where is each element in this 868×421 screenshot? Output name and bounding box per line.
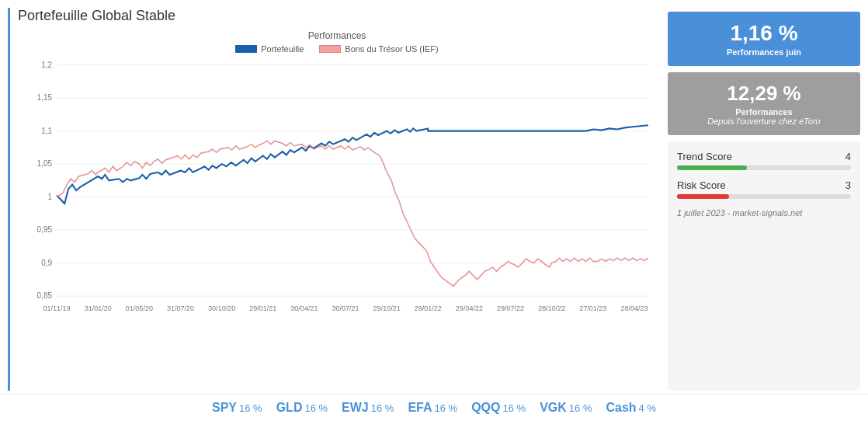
asset-name: EWJ: [342, 401, 369, 415]
svg-text:29/01/22: 29/01/22: [415, 304, 442, 312]
legend-portfolio-label: Portefeuille: [261, 44, 304, 54]
scores-box: Trend Score 4 Risk Score 3 1 juillet 202…: [668, 141, 860, 391]
asset-pct: 16 %: [503, 402, 526, 414]
svg-text:01/05/20: 01/05/20: [126, 304, 153, 312]
svg-text:1,05: 1,05: [37, 159, 53, 168]
chart-wrapper: 1,2 1,15 1,1 1,05 1 0,95 0,9 0,85 01/11/…: [18, 57, 656, 321]
trend-score-value: 4: [845, 151, 851, 162]
svg-text:29/01/21: 29/01/21: [249, 304, 276, 312]
trend-score-label: Trend Score: [677, 151, 732, 162]
right-panel: 1,16 % Performances juin 12,29 % Perform…: [668, 8, 860, 391]
asset-pct: 16 %: [239, 402, 262, 414]
svg-text:0,9: 0,9: [41, 259, 52, 267]
asset-item: SPY 16 %: [212, 401, 262, 415]
chart-title: Performances: [18, 30, 656, 41]
chart-legend: Portefeuille Bons du Trésor US (IEF): [18, 44, 656, 54]
asset-item: Cash 4 %: [606, 401, 656, 415]
trend-score-bar-bg: [677, 165, 851, 170]
svg-text:28/10/22: 28/10/22: [538, 304, 565, 312]
perf-total-sublabel: Depuis l'ouverture chez eToro: [675, 117, 852, 126]
asset-pct: 16 %: [435, 402, 458, 414]
legend-color-bonds: [319, 45, 341, 53]
perf-total-value: 12,29 %: [675, 82, 852, 106]
asset-item: VGK 16 %: [540, 401, 592, 415]
asset-pct: 16 %: [371, 402, 394, 414]
performance-june-box: 1,16 % Performances juin: [668, 12, 860, 66]
asset-name: Cash: [606, 401, 636, 415]
asset-name: SPY: [212, 401, 237, 415]
perf-june-value: 1,16 %: [675, 21, 852, 46]
asset-name: EFA: [408, 401, 432, 415]
svg-text:29/10/21: 29/10/21: [373, 304, 401, 312]
trend-score-row: Trend Score 4: [677, 151, 851, 170]
risk-score-row: Risk Score 3: [677, 179, 851, 199]
svg-text:29/07/22: 29/07/22: [497, 304, 524, 312]
svg-text:31/07/20: 31/07/20: [167, 304, 194, 312]
svg-text:0,95: 0,95: [37, 225, 53, 234]
svg-text:30/07/21: 30/07/21: [332, 304, 359, 312]
asset-name: QQQ: [471, 401, 500, 415]
asset-item: EWJ 16 %: [342, 401, 394, 415]
portfolio-title: Portefeuille Global Stable: [18, 8, 656, 24]
legend-bonds-label: Bons du Trésor US (IEF): [345, 44, 438, 54]
legend-bonds: Bons du Trésor US (IEF): [319, 44, 438, 54]
asset-name: VGK: [540, 401, 567, 415]
svg-text:1,2: 1,2: [41, 61, 52, 69]
risk-score-bar-bg: [677, 194, 851, 199]
risk-score-bar-fill: [677, 194, 729, 199]
svg-text:1,1: 1,1: [41, 127, 52, 135]
chart-svg: 1,2 1,15 1,1 1,05 1 0,95 0,9 0,85 01/11/…: [18, 57, 656, 321]
legend-portfolio: Portefeuille: [235, 44, 304, 54]
svg-text:31/01/20: 31/01/20: [85, 304, 112, 312]
asset-pct: 4 %: [639, 402, 656, 414]
svg-text:29/04/22: 29/04/22: [456, 304, 483, 312]
footer-date: 1 juillet 2023 - market-signals.net: [677, 208, 851, 217]
asset-item: QQQ 16 %: [471, 401, 526, 415]
perf-june-label: Performances juin: [675, 47, 852, 57]
svg-text:1,15: 1,15: [37, 93, 53, 102]
svg-text:28/04/23: 28/04/23: [620, 304, 648, 312]
svg-text:30/10/20: 30/10/20: [208, 304, 235, 312]
performance-total-box: 12,29 % Performances Depuis l'ouverture …: [668, 72, 860, 135]
svg-text:30/04/21: 30/04/21: [290, 304, 318, 312]
svg-text:27/01/23: 27/01/23: [579, 304, 606, 312]
bonds-line: [57, 141, 648, 286]
asset-item: GLD 16 %: [276, 401, 328, 415]
svg-text:01/11/19: 01/11/19: [43, 304, 71, 312]
risk-score-value: 3: [845, 179, 851, 191]
asset-pct: 16 %: [569, 402, 592, 414]
perf-total-label: Performances: [675, 107, 852, 117]
risk-score-label: Risk Score: [677, 179, 726, 191]
asset-item: EFA 16 %: [408, 401, 457, 415]
bottom-assets-bar: SPY 16 %GLD 16 %EWJ 16 %EFA 16 %QQQ 16 %…: [0, 394, 868, 421]
trend-score-bar-fill: [677, 165, 747, 170]
asset-pct: 16 %: [304, 402, 328, 414]
svg-text:0,85: 0,85: [37, 291, 53, 300]
asset-name: GLD: [276, 401, 303, 415]
legend-color-portfolio: [235, 45, 257, 53]
svg-text:1: 1: [48, 193, 53, 201]
